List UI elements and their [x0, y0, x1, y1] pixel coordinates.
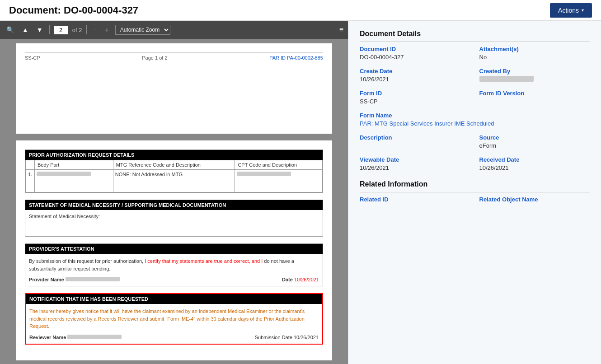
details-panel: Document Details Document ID DO-00-0004-… — [348, 21, 601, 364]
related-info-title: Related Information — [360, 180, 590, 192]
related-info-grid: Related ID Related Object Name — [360, 196, 590, 204]
provider-attestation-body: By submission of this request for prior … — [25, 254, 323, 286]
notification-body: The insurer hereby gives notice that it … — [26, 304, 322, 344]
notification-header: NOTIFICATION THAT IME HAS BEEN REQUESTED — [26, 294, 322, 304]
pdf-page-2: PRIOR AUTHORIZATION REQUEST DETAILS Body… — [16, 140, 332, 360]
provider-name-label: Provider Name — [29, 277, 64, 282]
provider-attestation-header: PROVIDER'S ATTESTATION — [25, 244, 323, 254]
pdf-page-total: of 2 — [72, 27, 82, 33]
actions-label: Actions — [558, 7, 579, 14]
prior-auth-section: PRIOR AUTHORIZATION REQUEST DETAILS Body… — [25, 149, 323, 193]
document-details-title: Document Details — [360, 30, 590, 42]
attestation-text: By submission of this request for prior … — [29, 257, 319, 272]
medical-necessity-label: Statement of Medical Necessity: — [29, 214, 319, 219]
main-layout: 🔍 ▲ ▼ of 2 − + Automatic Zoom 50% 75% 10… — [0, 21, 601, 364]
pdf-search-button[interactable]: 🔍 — [5, 25, 16, 34]
create-date-label: Create Date — [360, 68, 470, 75]
source-label: Source — [479, 134, 590, 141]
actions-button[interactable]: Actions ▾ — [550, 3, 592, 18]
par-id-label: PAR ID PA-00-0002-885 — [269, 55, 323, 61]
pdf-viewer: 🔍 ▲ ▼ of 2 − + Automatic Zoom 50% 75% 10… — [0, 21, 348, 364]
doc-id-label: Document ID — [360, 46, 470, 52]
reviewer-name-value — [67, 335, 122, 339]
source-value: eForm — [479, 142, 590, 149]
related-id-field: Related ID — [360, 196, 470, 204]
viewable-date-label: Viewable Date — [360, 156, 470, 163]
date-field: Date 10/26/2021 — [282, 277, 319, 282]
medical-necessity-body: Statement of Medical Necessity: — [25, 210, 323, 236]
related-object-name-field: Related Object Name — [479, 196, 590, 204]
created-by-field: Created By — [479, 68, 590, 83]
attestation-footer: Provider Name Date 10/26/2021 — [29, 277, 319, 282]
form-id-version-label: Form ID Version — [479, 90, 590, 97]
col2-header: MTG Reference Code and Description — [113, 160, 235, 170]
date-label: Date — [282, 277, 293, 282]
pdf-zoom-in-button[interactable]: + — [103, 25, 111, 34]
date-value: 10/26/2021 — [294, 277, 319, 282]
pdf-toolbar: 🔍 ▲ ▼ of 2 − + Automatic Zoom 50% 75% 10… — [0, 21, 348, 39]
create-date-field: Create Date 10/26/2021 — [360, 68, 470, 83]
prior-auth-table: Body Part MTG Reference Code and Descrip… — [25, 160, 323, 192]
attachments-field: Attachment(s) No — [479, 46, 590, 61]
submission-date-field: Submission Date 10/26/2021 — [255, 335, 319, 340]
form-id-version-field: Form ID Version — [479, 90, 590, 105]
attachments-value: No — [479, 54, 590, 61]
pdf-menu-button[interactable]: ≡ — [339, 26, 343, 34]
form-name-value: PAR: MTG Special Services Insurer IME Sc… — [360, 120, 590, 127]
prior-auth-body: Body Part MTG Reference Code and Descrip… — [25, 160, 323, 192]
notification-text: The insurer hereby gives notice that it … — [29, 308, 319, 330]
related-object-name-label: Related Object Name — [479, 196, 590, 203]
pdf-zoom-select[interactable]: Automatic Zoom 50% 75% 100% 125% 150% — [115, 25, 170, 35]
attachments-label: Attachment(s) — [479, 46, 590, 52]
page-title: Document: DO-00-0004-327 — [9, 5, 138, 16]
body-part-value — [37, 172, 91, 176]
medical-necessity-header: STATEMENT OF MEDICAL NECESSITY / SUPPORT… — [25, 200, 323, 210]
create-date-value: 10/26/2021 — [360, 76, 470, 83]
form-id-value: SS-CP — [360, 98, 470, 105]
mtg-value: NONE: Not Addressed in MTG — [113, 170, 235, 192]
created-by-label: Created By — [479, 68, 590, 75]
form-id-label: Form ID — [360, 90, 470, 97]
created-by-value — [479, 76, 534, 82]
description-label: Description — [360, 134, 470, 141]
provider-name-field: Provider Name — [29, 277, 120, 282]
received-date-label: Received Date — [479, 156, 590, 163]
toolbar-separator-2 — [86, 25, 87, 34]
notification-section: NOTIFICATION THAT IME HAS BEEN REQUESTED… — [25, 293, 323, 345]
col3-header: CPT Code and Description — [235, 160, 323, 170]
prior-auth-header: PRIOR AUTHORIZATION REQUEST DETAILS — [25, 150, 323, 160]
notification-footer: Reviewer Name Submission Date 10/26/2021 — [29, 335, 319, 340]
submission-date-label: Submission Date — [255, 335, 292, 340]
pdf-page-input[interactable] — [54, 26, 68, 34]
pdf-prev-button[interactable]: ▲ — [20, 25, 30, 34]
provider-name-value — [66, 277, 120, 281]
form-name-label: Form Name — [360, 112, 590, 119]
pdf-content[interactable]: SS-CP Page 1 of 2 PAR ID PA-00-0002-885 … — [0, 39, 348, 364]
submission-date-value: 10/26/2021 — [294, 335, 319, 340]
description-field: Description — [360, 134, 470, 149]
medical-necessity-section: STATEMENT OF MEDICAL NECESSITY / SUPPORT… — [25, 200, 323, 237]
source-field: Source eForm — [479, 134, 590, 149]
reviewer-name-label: Reviewer Name — [29, 335, 66, 340]
form-id-field: Form ID SS-CP — [360, 90, 470, 105]
document-details-grid: Document ID DO-00-0004-327 Attachment(s)… — [360, 46, 590, 171]
chevron-down-icon: ▾ — [582, 8, 584, 13]
cpt-value — [237, 172, 291, 176]
reviewer-name-field: Reviewer Name — [29, 335, 122, 340]
pdf-next-button[interactable]: ▼ — [35, 25, 45, 34]
pdf-zoom-out-button[interactable]: − — [91, 25, 99, 34]
form-name-field: Form Name PAR: MTG Special Services Insu… — [360, 112, 590, 127]
related-id-label: Related ID — [360, 196, 470, 203]
doc-id-value: DO-00-0004-327 — [360, 54, 470, 61]
page-center-label: Page 1 of 2 — [142, 55, 167, 61]
pdf-page-1: SS-CP Page 1 of 2 PAR ID PA-00-0002-885 — [16, 43, 332, 134]
doc-id-field: Document ID DO-00-0004-327 — [360, 46, 470, 61]
page-header: Document: DO-00-0004-327 Actions ▾ — [0, 0, 601, 21]
col1-header: Body Part — [35, 160, 113, 170]
received-date-value: 10/26/2021 — [479, 164, 590, 171]
provider-attestation-section: PROVIDER'S ATTESTATION By submission of … — [25, 243, 323, 286]
viewable-date-value: 10/26/2021 — [360, 164, 470, 171]
toolbar-separator — [49, 25, 50, 34]
attestation-red-1: I certify that my statements are true an… — [145, 258, 263, 264]
received-date-field: Received Date 10/26/2021 — [479, 156, 590, 171]
